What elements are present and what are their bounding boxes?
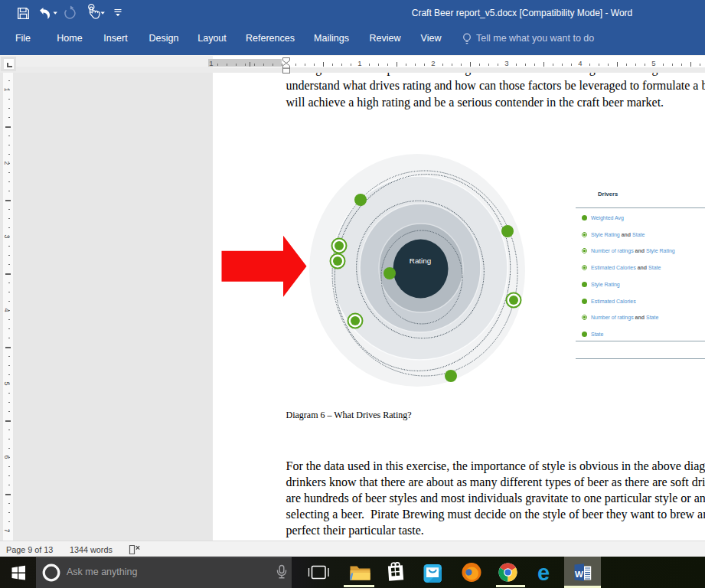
svg-text:e: e — [537, 560, 550, 585]
svg-text:Rating: Rating — [410, 256, 431, 265]
svg-text:W: W — [575, 570, 583, 579]
